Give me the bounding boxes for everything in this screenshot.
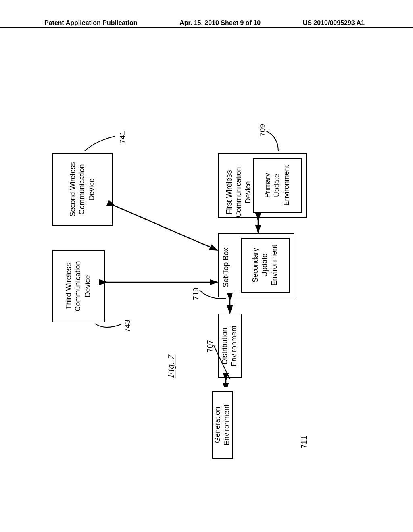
figure-label: Fig. 7 [165, 355, 176, 378]
ref-707: 707 [206, 340, 215, 353]
third-wireless-device-box: Third WirelessCommunicationDevice [52, 250, 105, 322]
svg-line-3 [114, 206, 217, 250]
third-device-label: Third WirelessCommunicationDevice [65, 261, 93, 311]
header-rule: Patent Application Publication Apr. 15, … [0, 27, 413, 39]
primary-update-env-box: PrimaryUpdateEnvironment [253, 158, 302, 213]
diagram-container: First WirelessCommunicationDevice Primar… [52, 121, 311, 387]
primary-env-label: PrimaryUpdateEnvironment [263, 165, 292, 206]
ref-741: 741 [118, 131, 127, 144]
ref-711: 711 [300, 436, 309, 449]
header-right: US 2010/0095293 A1 [303, 19, 365, 27]
ref-709: 709 [258, 124, 267, 137]
generation-label: GenerationEnvironment [213, 404, 232, 445]
secondary-update-env-box: SecondaryUpdateEnvironment [241, 238, 290, 293]
ref-719: 719 [192, 287, 200, 300]
second-wireless-device-box: Second WirelessCommunicationDevice [52, 153, 113, 226]
first-device-label: First WirelessCommunicationDevice [225, 158, 253, 227]
settop-label: Set-Top Box [221, 248, 231, 287]
second-device-label: Second WirelessCommunicationDevice [69, 162, 97, 216]
distribution-label: DistributionEnvironment [221, 325, 240, 366]
header-left: Patent Application Publication [44, 19, 138, 27]
secondary-env-label: SecondaryUpdateEnvironment [251, 245, 280, 285]
distribution-env-box: DistributionEnvironment [218, 314, 242, 378]
generation-env-box: GenerationEnvironment [212, 391, 233, 459]
ref-743: 743 [123, 320, 132, 332]
header-center: Apr. 15, 2010 Sheet 9 of 10 [179, 19, 261, 27]
